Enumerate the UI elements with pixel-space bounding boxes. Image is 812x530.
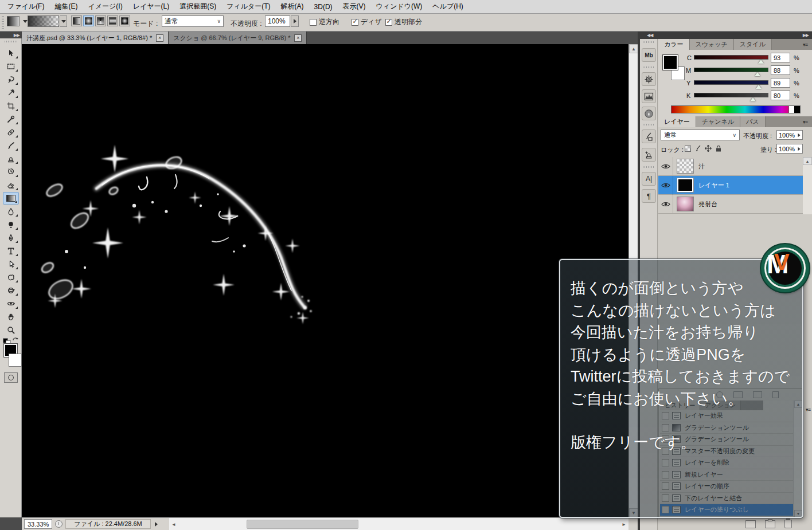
transparency-checkbox[interactable]: [385, 19, 392, 26]
lock-position-button[interactable]: [704, 144, 712, 152]
reverse-checkbox[interactable]: [310, 19, 317, 26]
zoom-level-field[interactable]: 33.33%: [24, 519, 52, 529]
toolbox-header[interactable]: ▶▶: [0, 32, 22, 38]
slider-bar-y[interactable]: [694, 80, 768, 85]
reflected-gradient-button[interactable]: [107, 15, 118, 26]
type-tool[interactable]: [3, 245, 19, 257]
lock-all-button[interactable]: [715, 144, 723, 152]
layer-row-hasshadai[interactable]: 発射台: [658, 195, 803, 214]
fill-field[interactable]: 100%: [776, 144, 803, 154]
zoom-tool[interactable]: [3, 324, 19, 336]
strip-grip[interactable]: [643, 166, 655, 168]
pen-tool[interactable]: [3, 231, 19, 244]
3d-rotate-tool[interactable]: [3, 284, 19, 297]
status-options-arrow-icon[interactable]: [155, 522, 158, 527]
slider-bar-m[interactable]: [694, 68, 768, 72]
blend-mode-select[interactable]: 通常 ∨: [661, 129, 740, 140]
tab-channels[interactable]: チャンネル: [696, 116, 740, 127]
options-bar-handle[interactable]: [2, 16, 4, 30]
slider-bar-c[interactable]: [694, 55, 768, 60]
angle-gradient-button[interactable]: [95, 15, 106, 26]
menu-analysis[interactable]: 解析(A): [276, 0, 309, 14]
info-panel-button[interactable]: [642, 107, 656, 120]
reverse-option[interactable]: 逆方向: [310, 17, 339, 27]
slider-thumb-m[interactable]: [755, 72, 760, 76]
tab-swatches[interactable]: スウォッチ: [690, 39, 734, 50]
eyedropper-tool[interactable]: [3, 113, 19, 125]
menu-view[interactable]: 表示(V): [338, 0, 371, 14]
layers-opacity-field[interactable]: 100%: [776, 130, 803, 140]
menu-help[interactable]: ヘルプ(H): [427, 0, 469, 14]
menu-file[interactable]: ファイル(F): [2, 0, 49, 14]
radial-gradient-button[interactable]: [83, 15, 94, 26]
dodge-tool[interactable]: [3, 218, 19, 231]
visibility-toggle[interactable]: [658, 176, 673, 195]
slider-value-y[interactable]: 89: [771, 78, 790, 88]
lock-transparency-button[interactable]: [684, 144, 692, 152]
navigator-panel-button[interactable]: [642, 72, 656, 86]
transparency-option[interactable]: 透明部分: [385, 17, 422, 27]
document-tab-active[interactable]: 汁講座.psd @ 33.3% (レイヤー 1, RGB/8#) * ×: [22, 32, 169, 44]
clone-source-panel-button[interactable]: [642, 148, 656, 162]
new-snapshot-button[interactable]: [765, 520, 775, 528]
paragraph-panel-button[interactable]: ¶: [642, 189, 656, 203]
scroll-left-icon[interactable]: ◄: [169, 519, 178, 529]
opacity-slider-button[interactable]: [291, 15, 299, 27]
layer-row-layer1-selected[interactable]: レイヤー 1: [658, 176, 803, 195]
histogram-panel-button[interactable]: [642, 89, 656, 103]
layer-thumbnail[interactable]: [677, 159, 694, 174]
path-selection-tool[interactable]: [3, 258, 19, 270]
menu-select[interactable]: 選択範囲(S): [174, 0, 221, 14]
3d-orbit-tool[interactable]: [3, 297, 19, 310]
strip-grip[interactable]: [643, 66, 655, 68]
menu-3d[interactable]: 3D(D): [309, 1, 338, 13]
slider-value-c[interactable]: 93: [771, 53, 790, 62]
lock-pixels-button[interactable]: [694, 144, 702, 152]
magic-wand-tool[interactable]: [3, 87, 19, 99]
document-tab-inactive[interactable]: スクショ @ 66.7% (レイヤー 9, RGB/8) * ×: [169, 32, 307, 44]
scroll-up-icon[interactable]: ▲: [629, 44, 638, 53]
collapse-right-icon[interactable]: ▶▶: [803, 33, 809, 38]
diamond-gradient-button[interactable]: [119, 15, 130, 26]
blur-tool[interactable]: [3, 205, 19, 218]
menu-image[interactable]: イメージ(I): [83, 0, 127, 14]
toolbox-grip[interactable]: [5, 41, 17, 42]
linear-gradient-button[interactable]: [71, 15, 82, 26]
history-brush-tool[interactable]: [3, 166, 19, 178]
eraser-tool[interactable]: [3, 179, 19, 191]
visibility-toggle[interactable]: [658, 157, 673, 176]
spectrum-white-swatch[interactable]: [788, 106, 794, 113]
background-color-swatch[interactable]: [9, 354, 22, 367]
slider-thumb-c[interactable]: [758, 60, 764, 64]
marquee-tool[interactable]: [3, 60, 19, 73]
new-document-from-state-button[interactable]: [745, 520, 756, 528]
canvas[interactable]: [22, 44, 628, 517]
history-panel-menu-icon[interactable]: [803, 406, 812, 414]
gradient-preview[interactable]: [28, 15, 59, 27]
tab-paths[interactable]: パス: [740, 116, 766, 127]
close-icon[interactable]: ×: [294, 34, 302, 42]
layers-panel-menu-icon[interactable]: [801, 118, 810, 126]
layers-scrollbar[interactable]: ▲: [803, 157, 812, 214]
canvas-horizontal-scrollbar[interactable]: ◄ ►: [169, 517, 628, 530]
scroll-up-icon[interactable]: ▲: [803, 157, 812, 165]
slider-bar-k[interactable]: [694, 93, 768, 97]
dock-header[interactable]: ◀◀ ▶▶: [640, 32, 812, 39]
quick-mask-button[interactable]: [4, 372, 18, 383]
tab-color[interactable]: カラー: [658, 39, 690, 50]
tab-styles[interactable]: スタイル: [734, 39, 772, 50]
horizontal-scroll-thumb[interactable]: [247, 520, 358, 529]
tab-layers[interactable]: レイヤー: [658, 116, 696, 127]
brush-tool[interactable]: [3, 139, 19, 152]
slider-thumb-k[interactable]: [750, 97, 756, 101]
slider-value-k[interactable]: 80: [771, 91, 790, 100]
delete-state-button[interactable]: [784, 520, 792, 528]
collapse-left-icon[interactable]: ◀◀: [647, 33, 653, 38]
tool-presets-panel-button[interactable]: [642, 129, 656, 143]
clone-stamp-tool[interactable]: [3, 152, 19, 165]
close-icon[interactable]: ×: [156, 34, 163, 42]
spectrum-black-swatch[interactable]: [794, 106, 800, 113]
lasso-tool[interactable]: [3, 73, 19, 86]
strip-grip[interactable]: [643, 41, 655, 43]
strip-grip[interactable]: [643, 124, 655, 125]
